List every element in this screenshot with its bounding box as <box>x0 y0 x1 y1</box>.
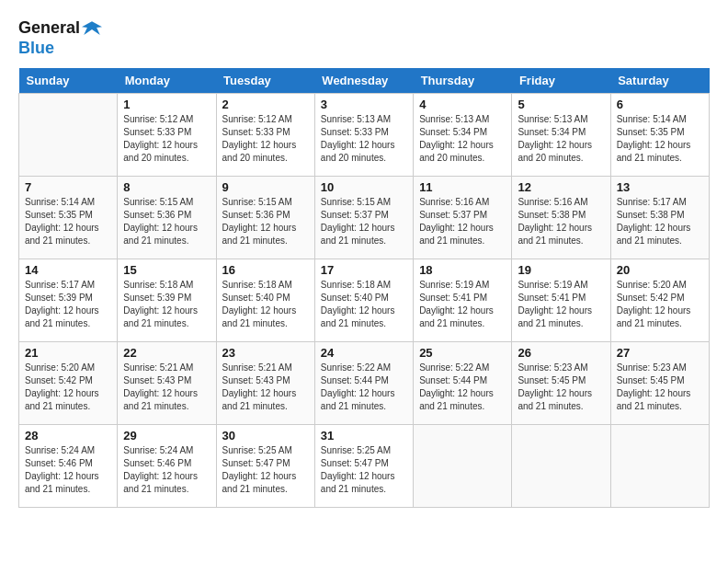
day-info: Sunrise: 5:24 AMSunset: 5:46 PMDaylight:… <box>123 444 210 496</box>
calendar-cell: 23Sunrise: 5:21 AMSunset: 5:43 PMDayligh… <box>216 341 314 424</box>
calendar-cell <box>414 424 512 507</box>
day-info: Sunrise: 5:20 AMSunset: 5:42 PMDaylight:… <box>25 362 111 413</box>
day-info: Sunrise: 5:14 AMSunset: 5:35 PMDaylight:… <box>25 196 111 247</box>
calendar-cell <box>512 424 610 507</box>
weekday-header-wednesday: Wednesday <box>314 68 413 94</box>
calendar-cell: 2Sunrise: 5:12 AMSunset: 5:33 PMDaylight… <box>216 93 314 176</box>
day-info: Sunrise: 5:25 AMSunset: 5:47 PMDaylight:… <box>321 444 407 496</box>
calendar-cell <box>19 93 118 176</box>
day-number: 10 <box>321 180 407 194</box>
day-info: Sunrise: 5:16 AMSunset: 5:38 PMDaylight:… <box>518 196 604 247</box>
calendar-cell: 31Sunrise: 5:25 AMSunset: 5:47 PMDayligh… <box>314 424 413 507</box>
day-number: 26 <box>518 346 604 360</box>
calendar-cell: 29Sunrise: 5:24 AMSunset: 5:46 PMDayligh… <box>118 424 216 507</box>
day-info: Sunrise: 5:15 AMSunset: 5:36 PMDaylight:… <box>222 196 309 247</box>
calendar-cell: 20Sunrise: 5:20 AMSunset: 5:42 PMDayligh… <box>610 259 709 341</box>
day-number: 12 <box>518 180 604 194</box>
day-info: Sunrise: 5:17 AMSunset: 5:39 PMDaylight:… <box>25 279 111 330</box>
calendar-cell: 3Sunrise: 5:13 AMSunset: 5:33 PMDaylight… <box>314 93 413 176</box>
calendar-cell: 5Sunrise: 5:13 AMSunset: 5:34 PMDaylight… <box>512 93 610 176</box>
day-info: Sunrise: 5:21 AMSunset: 5:43 PMDaylight:… <box>222 362 309 413</box>
weekday-header-sunday: Sunday <box>19 68 118 94</box>
day-number: 13 <box>617 180 703 194</box>
day-number: 28 <box>25 429 111 442</box>
calendar-cell: 7Sunrise: 5:14 AMSunset: 5:35 PMDaylight… <box>19 176 118 259</box>
weekday-header-friday: Friday <box>512 68 610 94</box>
calendar-cell: 12Sunrise: 5:16 AMSunset: 5:38 PMDayligh… <box>512 176 610 259</box>
weekday-header-thursday: Thursday <box>414 68 512 94</box>
day-info: Sunrise: 5:16 AMSunset: 5:37 PMDaylight:… <box>419 196 506 247</box>
day-info: Sunrise: 5:25 AMSunset: 5:47 PMDaylight:… <box>222 444 309 496</box>
calendar-cell: 4Sunrise: 5:13 AMSunset: 5:34 PMDaylight… <box>414 93 512 176</box>
day-info: Sunrise: 5:18 AMSunset: 5:39 PMDaylight:… <box>123 279 210 330</box>
calendar-cell: 10Sunrise: 5:15 AMSunset: 5:37 PMDayligh… <box>314 176 413 259</box>
calendar-cell: 26Sunrise: 5:23 AMSunset: 5:45 PMDayligh… <box>512 341 610 424</box>
day-info: Sunrise: 5:13 AMSunset: 5:33 PMDaylight:… <box>321 113 407 165</box>
day-number: 21 <box>25 346 111 360</box>
day-info: Sunrise: 5:22 AMSunset: 5:44 PMDaylight:… <box>419 362 506 413</box>
calendar-cell: 30Sunrise: 5:25 AMSunset: 5:47 PMDayligh… <box>216 424 314 507</box>
week-row-5: 28Sunrise: 5:24 AMSunset: 5:46 PMDayligh… <box>19 424 710 507</box>
day-number: 27 <box>617 346 703 360</box>
day-number: 7 <box>25 180 111 194</box>
day-number: 11 <box>419 180 506 194</box>
calendar-cell: 21Sunrise: 5:20 AMSunset: 5:42 PMDayligh… <box>19 341 118 424</box>
day-number: 24 <box>321 346 407 360</box>
calendar-cell: 19Sunrise: 5:19 AMSunset: 5:41 PMDayligh… <box>512 259 610 341</box>
svg-marker-0 <box>82 22 102 36</box>
page-header: GeneralBlue <box>18 18 710 59</box>
day-number: 17 <box>321 263 407 277</box>
calendar-cell: 22Sunrise: 5:21 AMSunset: 5:43 PMDayligh… <box>118 341 216 424</box>
day-info: Sunrise: 5:18 AMSunset: 5:40 PMDaylight:… <box>321 279 407 330</box>
day-number: 6 <box>617 98 703 111</box>
day-info: Sunrise: 5:20 AMSunset: 5:42 PMDaylight:… <box>617 279 703 330</box>
logo: GeneralBlue <box>18 18 102 59</box>
day-info: Sunrise: 5:18 AMSunset: 5:40 PMDaylight:… <box>222 279 309 330</box>
calendar-cell: 15Sunrise: 5:18 AMSunset: 5:39 PMDayligh… <box>118 259 216 341</box>
day-number: 19 <box>518 263 604 277</box>
calendar-cell: 18Sunrise: 5:19 AMSunset: 5:41 PMDayligh… <box>414 259 512 341</box>
day-info: Sunrise: 5:13 AMSunset: 5:34 PMDaylight:… <box>419 113 506 165</box>
calendar-cell: 9Sunrise: 5:15 AMSunset: 5:36 PMDaylight… <box>216 176 314 259</box>
day-number: 23 <box>222 346 309 360</box>
calendar-cell <box>610 424 709 507</box>
day-number: 15 <box>123 263 210 277</box>
calendar-cell: 24Sunrise: 5:22 AMSunset: 5:44 PMDayligh… <box>314 341 413 424</box>
week-row-1: 1Sunrise: 5:12 AMSunset: 5:33 PMDaylight… <box>19 93 710 176</box>
calendar-cell: 11Sunrise: 5:16 AMSunset: 5:37 PMDayligh… <box>414 176 512 259</box>
day-number: 30 <box>222 429 309 442</box>
day-info: Sunrise: 5:15 AMSunset: 5:36 PMDaylight:… <box>123 196 210 247</box>
day-number: 4 <box>419 98 506 111</box>
day-info: Sunrise: 5:17 AMSunset: 5:38 PMDaylight:… <box>617 196 703 247</box>
day-info: Sunrise: 5:12 AMSunset: 5:33 PMDaylight:… <box>222 113 309 165</box>
day-number: 18 <box>419 263 506 277</box>
day-number: 31 <box>321 429 407 442</box>
day-info: Sunrise: 5:23 AMSunset: 5:45 PMDaylight:… <box>617 362 703 413</box>
day-number: 22 <box>123 346 210 360</box>
day-info: Sunrise: 5:24 AMSunset: 5:46 PMDaylight:… <box>25 444 111 496</box>
logo-blue: Blue <box>18 39 54 57</box>
calendar-cell: 1Sunrise: 5:12 AMSunset: 5:33 PMDaylight… <box>118 93 216 176</box>
day-info: Sunrise: 5:12 AMSunset: 5:33 PMDaylight:… <box>123 113 210 165</box>
weekday-header-tuesday: Tuesday <box>216 68 314 94</box>
calendar-cell: 28Sunrise: 5:24 AMSunset: 5:46 PMDayligh… <box>19 424 118 507</box>
day-number: 20 <box>617 263 703 277</box>
calendar-cell: 13Sunrise: 5:17 AMSunset: 5:38 PMDayligh… <box>610 176 709 259</box>
day-info: Sunrise: 5:15 AMSunset: 5:37 PMDaylight:… <box>321 196 407 247</box>
day-number: 14 <box>25 263 111 277</box>
logo-bird-icon <box>82 18 102 39</box>
day-number: 9 <box>222 180 309 194</box>
day-number: 5 <box>518 98 604 111</box>
calendar-table: SundayMondayTuesdayWednesdayThursdayFrid… <box>18 68 710 508</box>
weekday-header-monday: Monday <box>118 68 216 94</box>
day-info: Sunrise: 5:14 AMSunset: 5:35 PMDaylight:… <box>617 113 703 165</box>
logo-text: GeneralBlue <box>18 18 102 59</box>
calendar-cell: 27Sunrise: 5:23 AMSunset: 5:45 PMDayligh… <box>610 341 709 424</box>
day-info: Sunrise: 5:19 AMSunset: 5:41 PMDaylight:… <box>518 279 604 330</box>
calendar-cell: 8Sunrise: 5:15 AMSunset: 5:36 PMDaylight… <box>118 176 216 259</box>
calendar-cell: 6Sunrise: 5:14 AMSunset: 5:35 PMDaylight… <box>610 93 709 176</box>
day-number: 3 <box>321 98 407 111</box>
day-number: 16 <box>222 263 309 277</box>
day-info: Sunrise: 5:13 AMSunset: 5:34 PMDaylight:… <box>518 113 604 165</box>
week-row-4: 21Sunrise: 5:20 AMSunset: 5:42 PMDayligh… <box>19 341 710 424</box>
